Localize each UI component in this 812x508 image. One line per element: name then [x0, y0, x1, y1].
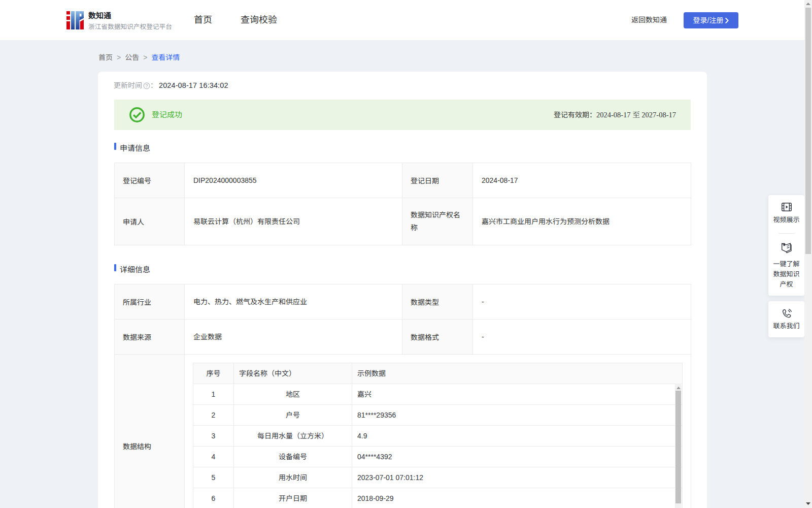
svg-text:?: ? [146, 83, 148, 88]
